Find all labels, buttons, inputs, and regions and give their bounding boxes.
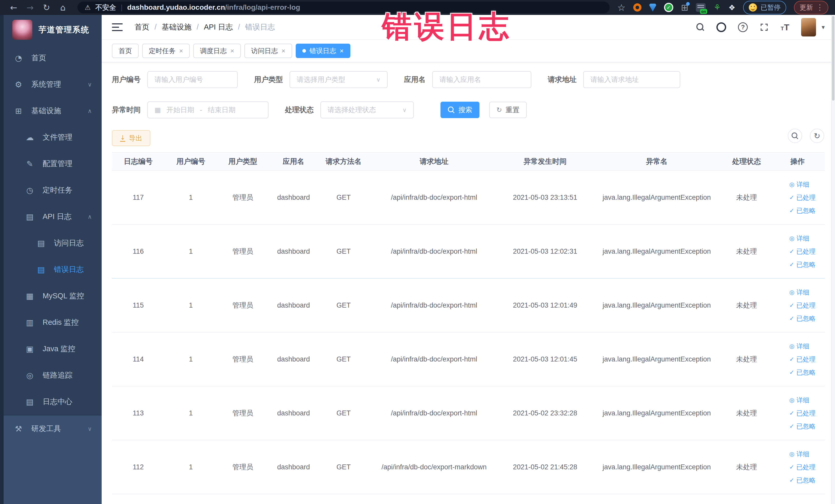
- extension-check-icon[interactable]: ✓: [664, 3, 673, 12]
- request-url-input[interactable]: [583, 71, 680, 88]
- tab-schedule-log[interactable]: 调度日志×: [193, 44, 241, 58]
- search-icon[interactable]: [696, 23, 705, 32]
- eye-icon: ◎: [789, 181, 794, 188]
- search-button[interactable]: 搜索: [441, 102, 480, 118]
- back-icon[interactable]: ←: [7, 3, 21, 13]
- sidebar-item-file-manage[interactable]: ☁ 文件管理: [4, 124, 102, 150]
- action-label: 已忽略: [796, 314, 815, 323]
- extension-shield-icon[interactable]: [649, 3, 656, 12]
- ignored-link[interactable]: ✓已忽略: [789, 422, 815, 430]
- scrollbar-thumb[interactable]: [832, 16, 834, 101]
- sidebar-item-java-monitor[interactable]: ▣ Java 监控: [4, 336, 102, 362]
- avatar[interactable]: [801, 18, 816, 37]
- extensions-puzzle-icon[interactable]: ❖: [729, 3, 735, 12]
- extension-orange-icon[interactable]: [633, 3, 641, 12]
- process-status-select[interactable]: 请选择处理状态 ∨: [320, 101, 414, 118]
- sidebar-item-system-manage[interactable]: ⚙ 系统管理 ∨: [4, 71, 102, 98]
- detail-link[interactable]: ◎详细: [789, 234, 809, 243]
- cell-time: 2021-05-02 23:32:28: [500, 409, 591, 417]
- action-label: 详细: [796, 180, 809, 189]
- ignored-link[interactable]: ✓已忽略: [789, 476, 815, 484]
- cell-id: 112: [112, 463, 165, 471]
- tab-error-log[interactable]: 错误日志×: [296, 44, 350, 58]
- tab-home[interactable]: 首页: [112, 44, 139, 58]
- detail-link[interactable]: ◎详细: [789, 180, 809, 189]
- clock-icon: ◷: [24, 186, 36, 195]
- row-actions: ◎详细✓已处理✓已忽略: [770, 396, 825, 430]
- reload-icon[interactable]: ↻: [40, 3, 54, 13]
- sidebar-item-log-center[interactable]: ▤ 日志中心: [4, 388, 102, 415]
- processed-link[interactable]: ✓已处理: [789, 463, 815, 471]
- github-icon[interactable]: [716, 22, 726, 32]
- tab-close-icon[interactable]: ×: [340, 47, 344, 55]
- extension-leaf-icon[interactable]: ⚘: [713, 3, 721, 12]
- sidebar-item-scheduled-task[interactable]: ◷ 定时任务: [4, 177, 102, 203]
- tab-close-icon[interactable]: ×: [281, 47, 285, 55]
- sidebar-item-trace[interactable]: ◎ 链路追踪: [4, 362, 102, 388]
- home-icon[interactable]: ⌂: [56, 3, 70, 13]
- row-actions: ◎详细✓已处理✓已忽略: [770, 288, 825, 323]
- sidebar-item-mysql-monitor[interactable]: ▦ MySQL 监控: [4, 283, 102, 309]
- extension-grid-icon[interactable]: ⊞: [681, 3, 688, 12]
- tab-close-icon[interactable]: ×: [179, 47, 183, 55]
- sidebar-item-error-log[interactable]: ▤ 错误日志: [4, 256, 102, 283]
- chevron-down-icon[interactable]: ▾: [822, 24, 825, 31]
- detail-link[interactable]: ◎详细: [789, 450, 809, 458]
- tab-close-icon[interactable]: ×: [230, 47, 234, 55]
- column-header: 请求地址: [369, 157, 500, 166]
- tab-access-log[interactable]: 访问日志×: [244, 44, 292, 58]
- font-size-icon[interactable]: TT: [780, 23, 789, 32]
- sidebar-item-infrastructure[interactable]: ⊞ 基础设施 ∧: [4, 98, 102, 124]
- processed-link[interactable]: ✓已处理: [789, 193, 815, 202]
- breadcrumb-item[interactable]: 基础设施: [162, 22, 191, 32]
- ignored-link[interactable]: ✓已忽略: [789, 314, 815, 323]
- help-icon[interactable]: ?: [738, 22, 748, 32]
- sidebar-item-access-log[interactable]: ▤ 访问日志: [4, 230, 102, 256]
- check-icon: ✓: [789, 464, 794, 470]
- cell-exception: java.lang.IllegalArgumentException: [591, 463, 723, 471]
- ignored-link[interactable]: ✓已忽略: [789, 206, 815, 215]
- sidebar-item-label: 基础设施: [31, 106, 80, 116]
- cell-url: /api/infra/db-doc/export-markdown: [369, 463, 500, 471]
- sidebar-logo[interactable]: 芋道管理系统: [4, 15, 102, 45]
- paused-badge[interactable]: 已暂停: [743, 1, 786, 14]
- user-type-select[interactable]: 请选择用户类型 ∨: [289, 71, 388, 88]
- processed-link[interactable]: ✓已处理: [789, 247, 815, 256]
- toggle-search-button[interactable]: [788, 129, 802, 143]
- processed-link[interactable]: ✓已处理: [789, 301, 815, 310]
- detail-link[interactable]: ◎详细: [789, 342, 809, 350]
- ignored-link[interactable]: ✓已忽略: [789, 260, 815, 269]
- browser-menu-icon[interactable]: ⋮: [816, 4, 824, 11]
- detail-link[interactable]: ◎详细: [789, 288, 809, 297]
- refresh-table-button[interactable]: ↻: [810, 129, 824, 143]
- sidebar-item-api-log[interactable]: ▤ API 日志 ∧: [4, 203, 102, 230]
- fullscreen-icon[interactable]: [759, 23, 769, 32]
- reset-button[interactable]: ↻ 重置: [489, 102, 527, 118]
- table-row: 1131管理员dashboardGET/api/infra/db-doc/exp…: [112, 386, 825, 440]
- app-name-input[interactable]: [432, 71, 531, 88]
- sidebar-item-config-manage[interactable]: ✎ 配置管理: [4, 150, 102, 177]
- breadcrumb-item[interactable]: API 日志: [204, 22, 233, 32]
- processed-link[interactable]: ✓已处理: [789, 409, 815, 418]
- sidebar-item-redis-monitor[interactable]: ▥ Redis 监控: [4, 309, 102, 336]
- sidebar-item-label: 访问日志: [54, 238, 102, 248]
- update-badge[interactable]: 更新 ⋮: [794, 1, 828, 14]
- database-icon: ▦: [24, 291, 36, 301]
- user-id-input[interactable]: [147, 71, 238, 88]
- detail-link[interactable]: ◎详细: [789, 396, 809, 404]
- cell-time: 2021-05-03 12:02:31: [500, 247, 591, 256]
- export-button[interactable]: ↓ 导出: [112, 130, 150, 146]
- ignored-link[interactable]: ✓已忽略: [789, 368, 815, 377]
- forward-icon[interactable]: →: [23, 3, 37, 13]
- bookmark-star-icon[interactable]: ☆: [617, 2, 626, 13]
- address-bar[interactable]: ⚠ 不安全 | dashboard.yudao.iocoder.cn/infra…: [78, 2, 610, 13]
- breadcrumb-item[interactable]: 首页: [135, 22, 149, 32]
- sidebar-item-home[interactable]: ◔ 首页: [4, 45, 102, 71]
- tab-scheduled-task[interactable]: 定时任务×: [142, 44, 190, 58]
- hamburger-icon[interactable]: [112, 23, 123, 31]
- exception-time-range-picker[interactable]: ▦ 开始日期 - 结束日期: [147, 101, 268, 118]
- extension-switch-icon[interactable]: on: [696, 3, 706, 12]
- edit-icon: ✎: [24, 159, 36, 168]
- sidebar-item-dev-tools[interactable]: ⚒ 研发工具 ∨: [4, 416, 102, 442]
- processed-link[interactable]: ✓已处理: [789, 355, 815, 364]
